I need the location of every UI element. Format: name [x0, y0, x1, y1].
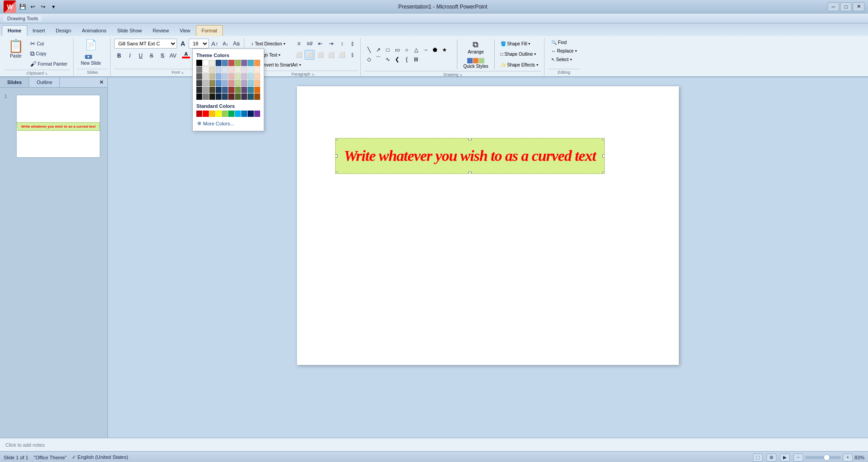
color-cornflower[interactable] — [216, 80, 221, 86]
color-silver[interactable] — [203, 77, 208, 80]
shape-oval[interactable]: ○ — [402, 45, 411, 54]
canvas-area[interactable]: Write whatever you wish to as a curved t… — [108, 77, 868, 438]
font-family-select[interactable]: Gill Sans MT Ext C — [114, 39, 177, 49]
underline-button[interactable]: U — [136, 51, 146, 61]
color-deepest-black[interactable] — [196, 93, 202, 100]
std-color-orange[interactable] — [209, 111, 215, 117]
color-dark-purple[interactable] — [241, 87, 247, 93]
zoom-thumb[interactable] — [824, 454, 830, 461]
color-dark-gray[interactable] — [196, 77, 202, 80]
std-color-purple[interactable] — [254, 111, 260, 117]
drawing-expand-icon[interactable]: ↘ — [459, 73, 462, 77]
shape-star[interactable]: ★ — [440, 45, 449, 54]
shape-line[interactable]: ╲ — [364, 45, 373, 54]
color-deepest-green[interactable] — [235, 93, 241, 100]
slide-sorter-button[interactable]: ⊞ — [766, 453, 776, 462]
new-slide-button[interactable]: 📄▼ New Slide — [77, 39, 104, 67]
maximize-button[interactable]: □ — [840, 2, 852, 11]
color-peach[interactable] — [254, 77, 260, 80]
select-button[interactable]: ↖ Select ▾ — [548, 56, 575, 63]
font-expand-icon[interactable]: ↘ — [181, 71, 184, 75]
strikethrough-button[interactable]: S — [146, 51, 156, 61]
shape-arc[interactable]: ⌒ — [374, 55, 383, 64]
close-button[interactable]: ✕ — [853, 2, 864, 11]
color-lavender[interactable] — [241, 77, 247, 80]
save-button[interactable]: 💾 — [18, 2, 27, 11]
color-medium-purple[interactable] — [241, 80, 247, 86]
handle-mr[interactable] — [602, 154, 605, 158]
font-color-button[interactable]: A — [179, 51, 193, 61]
tab-design[interactable]: Design — [50, 25, 76, 36]
tab-home[interactable]: Home — [2, 25, 27, 36]
zoom-slider[interactable] — [805, 456, 841, 459]
clear-formatting-button[interactable]: Aa — [231, 39, 241, 49]
color-picker-dropdown[interactable]: Theme Colors — [192, 77, 264, 131]
handle-bl[interactable] — [335, 172, 337, 174]
justify-low-button[interactable]: ⬜ — [337, 50, 347, 60]
color-gold[interactable] — [209, 77, 215, 80]
tab-format[interactable]: Format — [196, 25, 223, 36]
minimize-button[interactable]: ─ — [828, 2, 839, 11]
color-deep-navy[interactable] — [222, 93, 228, 100]
grow-font-button[interactable]: A↑ — [210, 39, 220, 49]
slide-thumbnail[interactable]: Write whatever you wish to as a curved t… — [16, 95, 100, 158]
handle-tr[interactable] — [602, 138, 605, 140]
zoom-out-button[interactable]: − — [793, 453, 803, 462]
color-gray2[interactable] — [203, 87, 208, 93]
color-mid-gray[interactable] — [203, 93, 208, 100]
shape-effects-button[interactable]: ✨ Shape Effects ▾ — [497, 61, 541, 69]
tab-view[interactable]: View — [174, 25, 196, 36]
shape-more-icon[interactable]: ⊞ — [412, 55, 421, 64]
find-button[interactable]: 🔍 Find — [548, 39, 570, 46]
shape-chevron[interactable]: ❮ — [393, 55, 402, 64]
color-deepest-purple[interactable] — [241, 93, 247, 100]
color-brown[interactable] — [209, 87, 215, 93]
cut-button[interactable]: ✂ Cut — [28, 39, 70, 49]
line-spacing-button[interactable]: ↕ — [337, 39, 347, 49]
quick-access-dropdown[interactable]: ▾ — [49, 2, 58, 11]
quick-styles-button[interactable]: Quick Styles — [460, 57, 492, 70]
tab-insert[interactable]: Insert — [27, 25, 51, 36]
font-size-select[interactable]: 18 — [189, 39, 209, 49]
std-color-light-blue[interactable] — [235, 111, 241, 117]
paste-button[interactable]: 📋 Paste — [4, 39, 27, 60]
std-color-yellow[interactable] — [216, 111, 221, 117]
color-light-green[interactable] — [235, 77, 241, 80]
color-darkest-brown[interactable] — [209, 93, 215, 100]
std-color-lime[interactable] — [222, 111, 228, 117]
color-near-black[interactable] — [196, 87, 202, 93]
color-deepest-teal[interactable] — [248, 93, 253, 100]
numbering-button[interactable]: ≡# — [305, 39, 314, 49]
shape-diamond[interactable]: ◇ — [364, 55, 373, 64]
handle-tm[interactable] — [468, 138, 472, 140]
shape-rt-arrow[interactable]: → — [421, 45, 430, 54]
color-deepest-orange[interactable] — [254, 93, 260, 100]
shape-callout[interactable]: ⬟ — [430, 45, 439, 54]
color-dark-red[interactable] — [228, 87, 234, 93]
handle-tl[interactable] — [335, 138, 337, 140]
zoom-in-button[interactable]: + — [843, 453, 853, 462]
color-medium-navy[interactable] — [222, 87, 228, 93]
sidebar-tab-slides[interactable]: Slides — [0, 77, 29, 87]
normal-view-button[interactable]: ⬚ — [753, 453, 763, 462]
std-color-dark-red[interactable] — [196, 111, 202, 117]
arrange-button[interactable]: ⧉ Arrange — [460, 39, 492, 56]
office-logo[interactable]: W — [4, 0, 16, 13]
std-color-dark-blue[interactable] — [248, 111, 253, 117]
color-deepest-red[interactable] — [228, 93, 234, 100]
tab-review[interactable]: Review — [147, 25, 174, 36]
columns-button[interactable]: ⫿ — [348, 39, 358, 49]
shape-outline-button[interactable]: □ Shape Outline ▾ — [497, 50, 541, 58]
bold-button[interactable]: B — [114, 51, 124, 61]
color-med-blue[interactable] — [216, 77, 221, 80]
handle-ml[interactable] — [335, 154, 337, 158]
color-dark-green[interactable] — [235, 87, 241, 93]
handle-bm[interactable] — [468, 172, 472, 174]
text-shadow-button[interactable]: S — [157, 51, 167, 61]
align-left-button[interactable]: ⬜ — [294, 50, 304, 60]
color-sky-blue[interactable] — [248, 77, 253, 80]
color-medium-gray[interactable] — [203, 80, 208, 86]
color-light-blue2[interactable] — [222, 77, 228, 80]
add-column-button[interactable]: ⫿ — [348, 50, 358, 60]
color-navy[interactable] — [216, 87, 221, 93]
